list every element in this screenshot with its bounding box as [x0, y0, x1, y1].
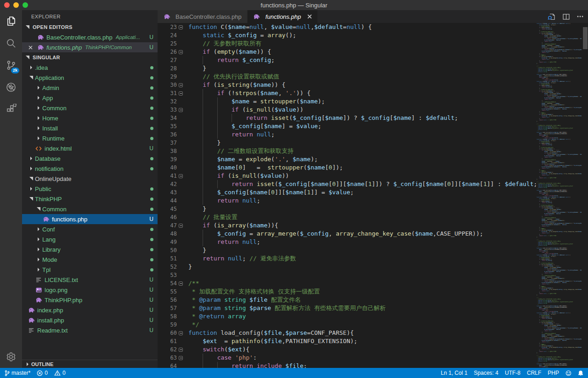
code-line-47[interactable]: 47 if (is_array($name)){: [158, 221, 537, 230]
minimize-window-button[interactable]: [13, 2, 19, 8]
open-editors-header[interactable]: OPEN EDITORS: [22, 22, 158, 32]
fold-icon[interactable]: [177, 50, 185, 54]
fold-icon[interactable]: [177, 348, 185, 352]
code-line-42[interactable]: 42 return isset($_config[$name[0]][$name…: [158, 180, 537, 188]
activity-source-control-icon[interactable]: 2k: [0, 54, 22, 76]
editor-scrollbar[interactable]: [582, 23, 588, 368]
code-line-52[interactable]: 52}: [158, 263, 537, 271]
tab-basecontroller[interactable]: BaseController.class.php: [158, 10, 247, 23]
code-line-60[interactable]: 60function load_config($file,$parse=CONF…: [158, 329, 537, 337]
code-line-57[interactable]: 57 * @param string $parse 配置解析方法 有些格式需要用…: [158, 304, 537, 312]
tree-file-thinkphp-php[interactable]: ThinkPHP.phpU: [22, 295, 158, 305]
open-editor-item[interactable]: BaseController.class.phpApplicati...U: [22, 32, 158, 42]
tree-folder-home[interactable]: Home: [22, 113, 158, 123]
tree-folder--idea[interactable]: .idea: [22, 62, 158, 73]
code-line-25[interactable]: 25 // 无参数时获取所有: [158, 39, 537, 48]
fold-icon[interactable]: [177, 331, 185, 335]
code-line-54[interactable]: 54/**: [158, 279, 537, 288]
tree-folder-admin[interactable]: Admin: [22, 83, 158, 93]
code-line-23[interactable]: 23function C($name=null, $value=null,$de…: [158, 23, 537, 31]
fold-icon[interactable]: [177, 356, 185, 360]
tab-functions[interactable]: functions.php: [248, 10, 317, 23]
code-line-41[interactable]: 41 if (is_null($value)): [158, 172, 537, 180]
code-area[interactable]: 23function C($name=null, $value=null,$de…: [158, 23, 537, 368]
status-warnings[interactable]: 0: [54, 368, 66, 378]
tree-file-readme-txt[interactable]: Readme.txtU: [22, 325, 158, 335]
code-line-27[interactable]: 27 return $_config;: [158, 56, 537, 64]
code-line-37[interactable]: 37 }: [158, 139, 537, 147]
fold-icon[interactable]: [177, 108, 185, 112]
code-line-59[interactable]: 59 */: [158, 321, 537, 329]
code-line-44[interactable]: 44 return null;: [158, 197, 537, 205]
code-line-64[interactable]: 64 return include $file;: [158, 362, 537, 368]
activity-extensions-icon[interactable]: [0, 98, 22, 120]
status-language-mode[interactable]: PHP: [548, 368, 559, 378]
fold-icon[interactable]: [177, 83, 185, 87]
activity-debug-icon[interactable]: [0, 76, 22, 98]
code-line-43[interactable]: 43 $_config[$name[0]][$name[1]] = $value…: [158, 188, 537, 197]
outline-section-header[interactable]: OUTLINE: [22, 360, 158, 368]
tree-file-functions-php[interactable]: functions.phpU: [22, 214, 158, 224]
tree-folder-application[interactable]: Application: [22, 73, 158, 83]
code-line-29[interactable]: 29 // 优先执行设置获取或赋值: [158, 73, 537, 81]
tree-folder-common[interactable]: Common: [22, 103, 158, 113]
tree-folder-thinkphp[interactable]: ThinkPHP: [22, 194, 158, 204]
tree-file-logo-png[interactable]: logo.pngU: [22, 285, 158, 295]
close-tab-icon[interactable]: [307, 14, 312, 19]
code-line-24[interactable]: 24 static $_config = array();: [158, 31, 537, 39]
fold-icon[interactable]: [177, 174, 185, 178]
fold-icon[interactable]: [177, 91, 185, 96]
code-line-36[interactable]: 36 return null;: [158, 130, 537, 139]
tree-file-index-php[interactable]: index.phpU: [22, 305, 158, 315]
minimap[interactable]: function C($name=null, $value=null,$defa…: [537, 23, 582, 368]
status-git-branch[interactable]: master*: [5, 368, 30, 378]
status-feedback[interactable]: [565, 368, 571, 378]
status-cursor-position[interactable]: Ln 1, Col 1: [441, 368, 468, 378]
code-line-32[interactable]: 32 $name = strtoupper($name);: [158, 97, 537, 106]
code-line-40[interactable]: 40 $name[0] = strtoupper($name[0]);: [158, 164, 537, 172]
status-notifications[interactable]: [578, 368, 583, 378]
tree-folder-install[interactable]: Install: [22, 123, 158, 133]
tree-file-index-html[interactable]: index.htmlU: [22, 143, 158, 153]
tree-folder-notification[interactable]: notification: [22, 164, 158, 174]
code-line-34[interactable]: 34 return isset($_config[$name]) ? $_con…: [158, 114, 537, 122]
close-editor-icon[interactable]: [27, 45, 34, 50]
status-encoding[interactable]: UTF-8: [505, 368, 520, 378]
code-line-31[interactable]: 31 if (!strpos($name, '.')) {: [158, 89, 537, 97]
close-window-button[interactable]: [4, 2, 10, 8]
tree-file-install-php[interactable]: install.phpU: [22, 315, 158, 325]
code-line-26[interactable]: 26 if (empty($name)) {: [158, 48, 537, 56]
tree-folder-library[interactable]: Library: [22, 244, 158, 254]
activity-settings-icon[interactable]: [0, 346, 22, 368]
code-line-30[interactable]: 30 if (is_string($name)) {: [158, 81, 537, 89]
tree-folder-tpl[interactable]: Tpl: [22, 265, 158, 275]
split-editor-icon[interactable]: [563, 14, 570, 20]
code-line-28[interactable]: 28 }: [158, 64, 537, 73]
open-editor-item[interactable]: functions.phpThinkPHP/CommonU: [22, 42, 158, 52]
activity-search-icon[interactable]: [0, 32, 22, 54]
tree-file-license-txt[interactable]: LICENSE.txtU: [22, 275, 158, 285]
code-line-55[interactable]: 55 * 加载配置文件 支持格式转换 仅支持一级配置: [158, 288, 537, 296]
code-line-58[interactable]: 58 * @return array: [158, 312, 537, 321]
tree-folder-app[interactable]: App: [22, 93, 158, 103]
tree-folder-common[interactable]: Common: [22, 204, 158, 214]
code-line-35[interactable]: 35 $_config[$name] = $value;: [158, 122, 537, 130]
fold-icon[interactable]: [177, 282, 185, 286]
tree-folder-mode[interactable]: Mode: [22, 254, 158, 265]
tree-folder-runtime[interactable]: Runtime: [22, 133, 158, 143]
zoom-window-button[interactable]: [23, 2, 28, 8]
code-editor[interactable]: 23function C($name=null, $value=null,$de…: [158, 23, 588, 368]
code-line-38[interactable]: 38 // 二维数组设置和获取支持: [158, 147, 537, 155]
status-eol[interactable]: CRLF: [527, 368, 541, 378]
fold-icon[interactable]: [177, 25, 185, 29]
open-changes-icon[interactable]: [548, 13, 555, 20]
tree-folder-database[interactable]: Database: [22, 153, 158, 164]
tree-folder-lang[interactable]: Lang: [22, 234, 158, 244]
fold-icon[interactable]: [177, 224, 185, 228]
code-line-48[interactable]: 48 $_config = array_merge($_config, arra…: [158, 230, 537, 238]
code-line-53[interactable]: 53: [158, 271, 537, 279]
code-line-50[interactable]: 50 }: [158, 246, 537, 254]
code-line-63[interactable]: 63 case 'php':: [158, 354, 537, 362]
code-line-62[interactable]: 62 switch($ext){: [158, 345, 537, 354]
status-indentation[interactable]: Spaces: 4: [474, 368, 498, 378]
